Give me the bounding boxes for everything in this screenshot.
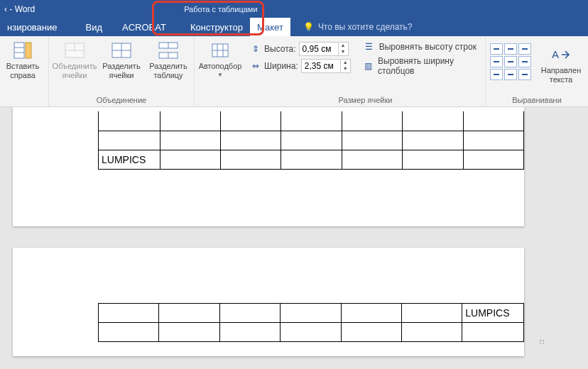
tab-review[interactable]: нзирование	[0, 18, 65, 36]
row-height-icon: ⇕	[250, 44, 261, 54]
group-label-rows-cols	[21, 94, 23, 106]
align-top-center[interactable]	[504, 43, 517, 55]
spin-down-icon[interactable]: ▼	[341, 66, 350, 72]
align-bot-center[interactable]	[504, 69, 517, 80]
page-1: LUMPICS	[13, 107, 524, 226]
distribute-cols-button[interactable]: ▥ Выровнять ширину столбцов	[364, 56, 481, 76]
ribbon: Вставитьсправа Объединитьячейки Разделит…	[0, 36, 588, 107]
table-row[interactable]	[99, 322, 524, 341]
autofit-button[interactable]: Автоподбор ▼	[199, 39, 241, 78]
autofit-icon	[210, 40, 230, 60]
document-table-1[interactable]: LUMPICS	[98, 111, 524, 170]
align-top-left[interactable]	[490, 43, 503, 55]
document-area[interactable]: LUMPICS LUMPICS □	[0, 107, 588, 369]
group-label-merge: Объединение	[97, 94, 146, 106]
svg-rect-0	[14, 43, 24, 58]
table-row[interactable]	[99, 111, 524, 131]
align-mid-center[interactable]	[504, 56, 517, 67]
distribute-cols-icon: ▥	[364, 61, 374, 71]
row-height-input[interactable]: ▲▼	[299, 42, 349, 56]
col-width-icon: ⇔	[250, 61, 261, 71]
tab-view[interactable]: Вид	[79, 18, 110, 36]
merge-cells-icon	[65, 40, 85, 60]
align-bot-right[interactable]	[518, 69, 531, 80]
table-cell[interactable]: LUMPICS	[99, 150, 160, 169]
row-height-field[interactable]	[300, 44, 338, 54]
spin-up-icon[interactable]: ▲	[341, 60, 350, 66]
table-cell[interactable]: LUMPICS	[462, 303, 524, 322]
align-mid-left[interactable]	[490, 56, 503, 67]
align-bot-left[interactable]	[490, 69, 503, 80]
distribute-rows-icon: ☰	[364, 42, 375, 52]
col-width-field[interactable]	[302, 61, 340, 71]
split-cells-button[interactable]: Разделитьячейки	[100, 39, 143, 79]
insert-column-right-icon	[13, 40, 32, 60]
merge-cells-button[interactable]: Объединитьячейки	[53, 39, 96, 79]
tab-table-design[interactable]: Конструктор	[183, 18, 250, 36]
align-mid-right[interactable]	[518, 56, 531, 67]
chevron-down-icon: ▼	[217, 72, 223, 78]
end-of-cell-mark: □	[540, 338, 544, 346]
ribbon-group-cell-size: ⇕ Высота: ▲▼ ⇔ Ширина: ▲▼	[246, 36, 486, 106]
height-label: Высота:	[264, 44, 296, 54]
split-cells-icon	[111, 40, 131, 60]
col-width-input[interactable]: ▲▼	[301, 59, 351, 73]
tab-table-layout[interactable]: Макет	[250, 18, 290, 36]
lightbulb-icon: 💡	[303, 22, 314, 32]
text-direction-icon: A	[550, 45, 572, 65]
contextual-tab-group-label: Работа с таблицами	[148, 4, 293, 15]
tell-me-search[interactable]: 💡 Что вы хотите сделать?	[303, 18, 413, 36]
document-table-2[interactable]: LUMPICS	[98, 303, 524, 342]
cell-alignment-grid	[490, 43, 531, 80]
split-table-button[interactable]: Разделитьтаблицу	[147, 39, 190, 79]
table-row[interactable]: LUMPICS	[99, 303, 524, 322]
tell-me-placeholder: Что вы хотите сделать?	[318, 22, 413, 32]
tab-acrobat[interactable]: ACROBAT	[115, 18, 173, 36]
ribbon-group-alignment: A Направлентекста Выравнивани	[486, 36, 588, 106]
spin-down-icon[interactable]: ▼	[339, 49, 348, 55]
table-row[interactable]	[99, 131, 524, 150]
group-label-cell-size: Размер ячейки	[339, 94, 393, 106]
ribbon-group-merge: Объединитьячейки Разделитьячейки Раздели…	[49, 36, 195, 106]
table-row[interactable]: LUMPICS	[99, 150, 524, 169]
page-2: LUMPICS □	[13, 248, 524, 356]
text-direction-button[interactable]: A Направлентекста	[538, 43, 584, 84]
app-title: ‹ - Word	[0, 4, 35, 14]
align-top-right[interactable]	[518, 43, 531, 55]
svg-text:A: A	[552, 48, 559, 60]
ribbon-tabs: нзирование Вид ACROBAT Конструктор Макет…	[0, 18, 588, 36]
insert-right-button[interactable]: Вставитьсправа	[1, 39, 44, 79]
distribute-rows-button[interactable]: ☰ Выровнять высоту строк	[364, 42, 481, 52]
title-bar: ‹ - Word Работа с таблицами	[0, 0, 588, 18]
group-label-alignment: Выравнивани	[512, 94, 562, 106]
split-table-icon	[158, 40, 178, 60]
svg-rect-3	[26, 43, 31, 58]
spin-up-icon[interactable]: ▲	[339, 43, 348, 49]
width-label: Ширина:	[264, 61, 298, 71]
